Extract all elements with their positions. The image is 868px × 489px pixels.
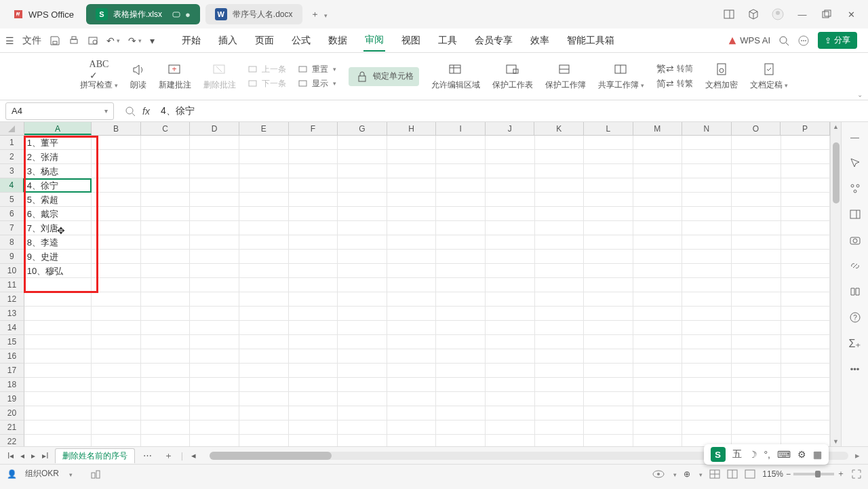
cell-J8[interactable] (486, 235, 535, 250)
cell-A7[interactable]: 7、刘唐 (24, 221, 92, 235)
cell-P1[interactable] (781, 136, 831, 150)
cell-C1[interactable] (141, 136, 191, 150)
cell-D9[interactable] (190, 250, 239, 264)
cell-N4[interactable] (682, 178, 732, 193)
cell-N12[interactable] (682, 292, 732, 307)
cell-O9[interactable] (732, 250, 781, 264)
cell-H10[interactable] (387, 264, 437, 278)
next-comment-button[interactable]: 下一条 (248, 78, 286, 90)
user-avatar-icon[interactable] (772, 8, 784, 20)
sheet-prev-icon[interactable]: ◂ (18, 451, 26, 461)
cell-N14[interactable] (682, 321, 732, 335)
cell-N20[interactable] (682, 406, 732, 420)
row-header-2[interactable]: 2 (0, 150, 24, 164)
side-sum-icon[interactable]: Σ₊ (848, 336, 862, 350)
row-header-20[interactable]: 20 (0, 406, 24, 420)
cell-M3[interactable] (633, 164, 683, 178)
row-header-19[interactable]: 19 (0, 392, 24, 406)
menu-tab-4[interactable]: 数据 (327, 31, 349, 51)
cell-N21[interactable] (682, 420, 732, 435)
cell-P5[interactable] (781, 193, 831, 207)
cell-P14[interactable] (781, 321, 831, 335)
cell-I14[interactable] (436, 321, 486, 335)
cell-J4[interactable] (486, 178, 535, 193)
cell-A17[interactable] (24, 364, 92, 378)
cell-M4[interactable] (633, 178, 683, 193)
cell-H16[interactable] (387, 349, 437, 364)
cell-F18[interactable] (289, 378, 338, 392)
cell-H12[interactable] (387, 292, 437, 307)
cell-D5[interactable] (190, 193, 239, 207)
zoom-in-icon[interactable]: ＋ (837, 468, 845, 480)
cell-E8[interactable] (239, 235, 289, 250)
cell-I7[interactable] (436, 221, 486, 235)
col-header-F[interactable]: F (289, 122, 338, 135)
cell-H3[interactable] (387, 164, 437, 178)
cell-O18[interactable] (732, 378, 781, 392)
cell-E17[interactable] (239, 364, 289, 378)
file-menu[interactable]: 文件 (22, 35, 41, 47)
cell-H5[interactable] (387, 193, 437, 207)
cell-G10[interactable] (338, 264, 387, 278)
cell-A4[interactable]: 4、徐宁 (24, 178, 92, 193)
new-tab-button[interactable]: ＋ (311, 8, 328, 20)
cell-F10[interactable] (289, 264, 338, 278)
reset-button[interactable]: 重置 (298, 64, 336, 75)
cell-G11[interactable] (338, 278, 387, 292)
undo-button[interactable]: ↶ (106, 35, 120, 46)
cell-D3[interactable] (190, 164, 239, 178)
row-header-10[interactable]: 10 (0, 264, 24, 278)
row-header-3[interactable]: 3 (0, 164, 24, 178)
cell-E5[interactable] (239, 193, 289, 207)
cell-M5[interactable] (633, 193, 683, 207)
cell-J17[interactable] (486, 364, 535, 378)
cell-A16[interactable] (24, 349, 92, 364)
cell-D13[interactable] (190, 307, 239, 321)
cell-A10[interactable]: 10、穆弘 (24, 264, 92, 278)
tab-dot-icon[interactable]: ● (185, 9, 191, 20)
cell-A22[interactable] (24, 435, 92, 446)
cell-M20[interactable] (633, 406, 683, 420)
org-label[interactable]: 组织OKR (25, 468, 59, 480)
cell-E22[interactable] (239, 435, 289, 446)
cell-H13[interactable] (387, 307, 437, 321)
cell-D1[interactable] (190, 136, 239, 150)
cell-A20[interactable] (24, 406, 92, 420)
cell-M2[interactable] (633, 150, 683, 164)
cell-K9[interactable] (535, 250, 585, 264)
cell-N18[interactable] (682, 378, 732, 392)
cell-B1[interactable] (92, 136, 141, 150)
cell-J13[interactable] (486, 307, 535, 321)
menu-tab-7[interactable]: 工具 (437, 31, 458, 51)
cell-H7[interactable] (387, 221, 437, 235)
minimize-icon[interactable]: — (796, 8, 808, 20)
cell-L20[interactable] (584, 406, 633, 420)
cell-N3[interactable] (682, 164, 732, 178)
cell-O15[interactable] (732, 335, 781, 349)
cell-F9[interactable] (289, 250, 338, 264)
cell-G6[interactable] (338, 207, 387, 221)
cell-A6[interactable]: 6、戴宗 (24, 207, 92, 221)
new-comment-button[interactable]: + 新建批注 (159, 62, 191, 91)
cell-B6[interactable] (92, 207, 141, 221)
side-book-icon[interactable] (848, 285, 862, 298)
menu-tab-9[interactable]: 效率 (529, 31, 551, 51)
view-dropdown[interactable] (671, 469, 677, 479)
cell-J11[interactable] (486, 278, 535, 292)
cell-P8[interactable] (781, 235, 831, 250)
cell-H4[interactable] (387, 178, 437, 193)
cell-C6[interactable] (141, 207, 191, 221)
cell-F5[interactable] (289, 193, 338, 207)
search-icon[interactable] (778, 35, 789, 46)
cell-N5[interactable] (682, 193, 732, 207)
cell-B7[interactable] (92, 221, 141, 235)
view-split-icon[interactable] (745, 469, 755, 479)
cell-I21[interactable] (436, 420, 486, 435)
cell-O5[interactable] (732, 193, 781, 207)
row-header-22[interactable]: 22 (0, 435, 24, 446)
cell-D10[interactable] (190, 264, 239, 278)
display-button[interactable]: 显示 (298, 78, 336, 90)
col-header-G[interactable]: G (338, 122, 387, 135)
col-header-I[interactable]: I (436, 122, 486, 135)
cell-A2[interactable]: 2、张清 (24, 150, 92, 164)
